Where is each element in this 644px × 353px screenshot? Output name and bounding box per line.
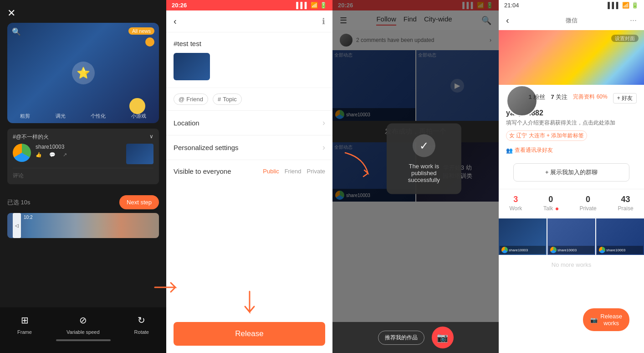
praise-stat[interactable]: 43 Praise <box>618 195 634 212</box>
location-chevron[interactable]: › <box>322 118 325 128</box>
tab-game[interactable]: 小游戏 <box>131 113 146 119</box>
thumb-3[interactable]: share10003 <box>596 218 644 255</box>
tab-personal[interactable]: 个性化 <box>91 113 106 119</box>
following-stat: 7 关注 <box>551 93 567 104</box>
talk-stat[interactable]: 0 Talk <box>543 195 558 212</box>
personalized-row: Personalized settings › <box>166 135 332 160</box>
friends-link[interactable]: 👥 查看通讯录好友 <box>506 146 637 154</box>
promo-button[interactable]: 推荐我的作品 <box>378 331 424 345</box>
profile-location-tags: 女 辽宁 大连市 + 添加年龄标签 <box>499 129 644 145</box>
visibility-friend[interactable]: Friend <box>285 168 302 175</box>
rotate-tool[interactable]: ↻ Rotate <box>134 313 149 335</box>
success-text: The work is published successfully <box>401 163 447 183</box>
battery-icon: 🔋 <box>320 2 327 9</box>
talk-dot <box>556 208 558 210</box>
group-btn-container: + 展示我加入的群聊 <box>499 158 644 189</box>
profile-signal: ▌▌▌ <box>608 2 620 9</box>
camera-button[interactable]: 📷 <box>432 327 454 348</box>
post-status-bar: 20:26 ▌▌▌ 📶 🔋 <box>166 0 332 10</box>
friend-tag[interactable]: @ Friend <box>174 93 208 105</box>
variable-speed-tool[interactable]: ⊘ Variable speed <box>66 313 100 335</box>
add-friend-button[interactable]: + 好友 <box>613 93 637 104</box>
post-info-icon[interactable]: ℹ <box>322 16 325 26</box>
thumb-1[interactable]: share10003 <box>499 218 547 255</box>
post-thumbnail <box>126 144 153 164</box>
work-stat[interactable]: 3 Work <box>509 195 522 212</box>
feed-bottom-actions: 推荐我的作品 📷 <box>332 322 499 353</box>
more-options-button[interactable]: ··· <box>630 16 637 25</box>
timeline-handle[interactable]: ◁ <box>13 213 21 238</box>
topic-tag[interactable]: # Topic <box>213 93 242 105</box>
profile-nav: ‹ 微信 ··· <box>499 10 644 30</box>
thumb-2[interactable]: share10003 <box>547 218 595 255</box>
status-text: 已选 10s <box>7 198 31 207</box>
post-avatar <box>13 144 31 162</box>
post-chevron[interactable]: ∨ <box>149 133 153 141</box>
post-content-area: #test test <box>166 32 332 88</box>
feed-arrow <box>341 148 377 187</box>
post-back-button[interactable]: ‹ <box>174 16 177 26</box>
tab-cut[interactable]: 粗剪 <box>20 113 30 119</box>
topic-tag-icon: # <box>218 96 221 103</box>
feed-panel: 20:26 ▌▌▌ 📶 🔋 ☰ Follow Find City-wide 🔍 … <box>332 0 499 353</box>
visibility-public[interactable]: Public <box>263 168 279 175</box>
profile-numbers: 3 Work 0 Talk 0 Private 43 Praise <box>499 189 644 218</box>
post-text: #test test <box>174 40 325 47</box>
personalized-chevron[interactable]: › <box>322 143 325 152</box>
talk-label: Talk <box>543 205 558 212</box>
thumb-avatar-2 <box>550 247 557 253</box>
release-works-button[interactable]: 📷 Release works <box>583 308 629 331</box>
post-hash: #@不一样的火 <box>13 133 49 141</box>
editor-tools: ⊞ Frame ⊘ Variable speed ↻ Rotate <box>0 307 166 337</box>
friends-icon: 👥 <box>506 147 513 154</box>
no-more-works: No more works <box>499 256 644 274</box>
editor-header: ✕ <box>0 0 166 23</box>
all-news-badge: All news <box>128 27 154 35</box>
wechat-label: 微信 <box>566 16 578 25</box>
profile-panel: 21:04 ▌▌▌ 📶 🔋 ‹ 微信 ··· 设置封面 1 粉丝 7 关注 <box>499 0 644 353</box>
thumb-3-info: share10003 <box>597 246 643 254</box>
close-button[interactable]: ✕ <box>7 7 15 19</box>
editor-bottom-bar: ⊞ Frame ⊘ Variable speed ↻ Rotate <box>0 307 166 353</box>
like-icon[interactable]: 👍 <box>36 152 42 158</box>
post-username: share10003 <box>36 144 122 150</box>
settings-cover-label[interactable]: 设置封面 <box>499 30 644 46</box>
frame-icon: ⊞ <box>17 313 32 327</box>
signal-icon: ▌▌▌ <box>296 2 309 9</box>
editor-preview: 🔍 All news ⭐ 粗剪 调光 个性化 小游戏 <box>7 23 159 123</box>
show-groups-button[interactable]: + 展示我加入的群聊 <box>513 163 629 182</box>
visibility-label: Visible to everyone <box>174 167 231 175</box>
frame-tool[interactable]: ⊞ Frame <box>17 313 32 335</box>
location-label: Location <box>174 119 199 127</box>
profile-thumbnails: share10003 share10003 share10003 <box>499 218 644 256</box>
praise-count: 43 <box>621 195 630 204</box>
thumb-2-info: share10003 <box>548 246 594 254</box>
profile-wifi: 📶 <box>622 2 629 9</box>
comment-icon[interactable]: 💬 <box>49 152 56 158</box>
visibility-private[interactable]: Private <box>307 168 325 175</box>
next-step-button[interactable]: Next step <box>119 195 159 209</box>
success-box: ✓ The work is published successfully <box>387 124 461 194</box>
complete-profile-link[interactable]: 完善资料 60% <box>573 93 607 104</box>
release-button[interactable]: Release <box>174 322 325 346</box>
post-release-area: Release <box>166 282 332 353</box>
profile-bio: 填写个人介绍更容易获得关注，点击此处添加 <box>499 117 644 129</box>
variable-speed-icon: ⊘ <box>76 313 90 327</box>
profile-status-bar: 21:04 ▌▌▌ 📶 🔋 <box>499 0 644 10</box>
editor-post-card: #@不一样的火 ∨ share10003 👍 💬 ↗ 评论 <box>7 129 159 184</box>
visibility-options: Public Friend Private <box>263 168 325 175</box>
post-image-thumbnail <box>174 53 210 80</box>
followers-stat: 1 粉丝 <box>529 93 546 104</box>
location-tag[interactable]: 女 辽宁 大连市 + 添加年龄标签 <box>506 130 587 141</box>
profile-back-button[interactable]: ‹ <box>506 15 509 26</box>
rotate-icon: ↻ <box>134 313 149 327</box>
arrow-to-release <box>174 289 325 318</box>
talk-count: 0 <box>548 195 553 204</box>
tab-light[interactable]: 调光 <box>56 113 66 119</box>
visibility-row: Visible to everyone Public Friend Privat… <box>166 160 332 182</box>
private-stat[interactable]: 0 Private <box>579 195 596 212</box>
editor-timeline: ◁ 10:2 <box>7 213 159 238</box>
share-icon[interactable]: ↗ <box>63 152 67 158</box>
search-icon[interactable]: 🔍 <box>12 27 21 36</box>
wifi-icon: 📶 <box>311 2 318 9</box>
